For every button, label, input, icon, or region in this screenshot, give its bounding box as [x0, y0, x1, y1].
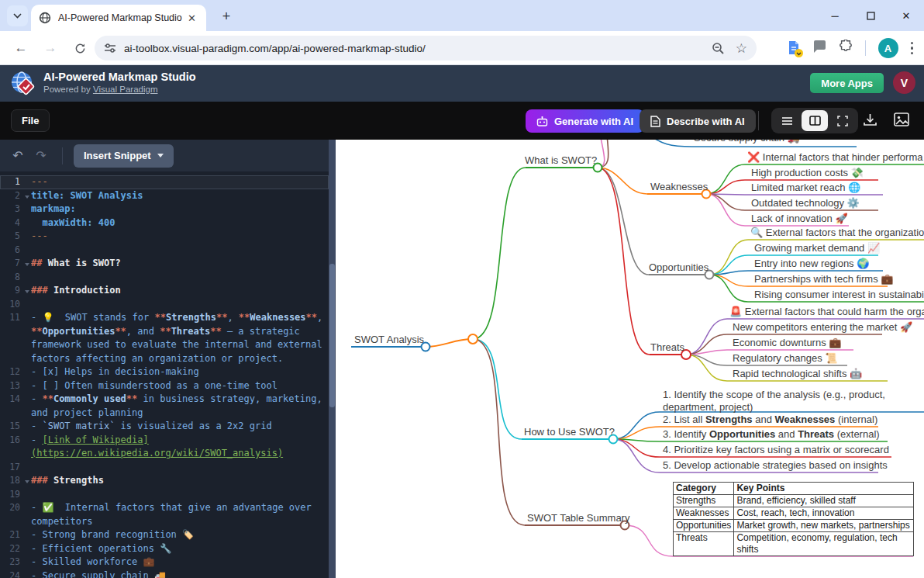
- code-line[interactable]: 1---: [0, 175, 329, 189]
- describe-with-ai-button[interactable]: Describe with AI: [640, 109, 756, 133]
- code-line[interactable]: 4 maxWidth: 400: [0, 216, 329, 230]
- node-what-is-swot[interactable]: What is SWOT?: [525, 154, 597, 166]
- node-opportunity-item[interactable]: Rising consumer interest in sustainabili: [754, 289, 924, 300]
- code-line[interactable]: 3markmap:: [0, 202, 329, 216]
- address-bar[interactable]: ai-toolbox.visual-paradigm.com/app/ai-po…: [95, 36, 757, 61]
- code-line[interactable]: 13- [ ] Often misunderstood as a one-tim…: [0, 379, 329, 393]
- browser-tab[interactable]: AI-Powered Markmap Studio ✕: [31, 5, 206, 31]
- node-weakness-item[interactable]: High production costs 💸: [751, 167, 864, 178]
- reload-button[interactable]: [68, 36, 91, 60]
- code-line[interactable]: 10: [0, 298, 329, 312]
- node-howto-item[interactable]: 4. Prioritize key factors using a matrix…: [663, 444, 889, 455]
- code-line[interactable]: 11- 💡 SWOT stands for **Strengths**, **W…: [0, 311, 329, 325]
- node-threat-item[interactable]: Regulatory changes 📜: [733, 352, 837, 364]
- code-line[interactable]: 8: [0, 271, 329, 285]
- file-menu-button[interactable]: File: [11, 109, 50, 132]
- code-line[interactable]: 2title: SWOT Analysis: [0, 189, 329, 203]
- tab-search-chevron-button[interactable]: [7, 5, 28, 26]
- code-line[interactable]: 17: [0, 461, 329, 475]
- editor-only-view-button[interactable]: [774, 110, 800, 131]
- code-line[interactable]: (https://en.wikipedia.org/wiki/SWOT_anal…: [0, 447, 329, 461]
- code-line[interactable]: 9### Introduction: [0, 284, 329, 298]
- code-line[interactable]: 18### Strengths: [0, 474, 329, 488]
- node-weakness-item[interactable]: Outdated technology ⚙️: [751, 197, 860, 209]
- node-root-swot-analysis[interactable]: SWOT Analysis: [354, 334, 424, 345]
- code-line[interactable]: 20- ✅ Internal factors that give an adva…: [0, 501, 329, 515]
- node-threat-item[interactable]: 🚨 External factors that could harm the o…: [729, 306, 924, 317]
- code-editor[interactable]: 1---2title: SWOT Analysis3markmap:4 maxW…: [0, 171, 329, 578]
- node-threat-item[interactable]: Rapid technological shifts 🤖: [733, 368, 862, 379]
- back-button[interactable]: ←: [9, 36, 33, 60]
- export-image-button[interactable]: [894, 112, 909, 130]
- generate-with-ai-button[interactable]: Generate with AI: [526, 109, 644, 133]
- code-line[interactable]: 24- Secure supply chain 🚚: [0, 569, 329, 578]
- window-minimize-button[interactable]: ─: [817, 0, 853, 31]
- fold-chevron-icon[interactable]: [25, 290, 29, 293]
- code-line[interactable]: 16- [Link of Wikipedia]: [0, 434, 329, 448]
- docs-extension-icon[interactable]: [787, 40, 801, 56]
- split-view-button[interactable]: [802, 110, 828, 131]
- zoom-out-page-icon[interactable]: [712, 42, 725, 55]
- url-text[interactable]: ai-toolbox.visual-paradigm.com/app/ai-po…: [124, 43, 701, 54]
- node-howto-item[interactable]: 2. List all Strengths and Weaknesses (in…: [663, 414, 877, 425]
- code-line[interactable]: 5---: [0, 230, 329, 244]
- visual-paradigm-link[interactable]: Visual Paradigm: [93, 85, 158, 94]
- fold-chevron-icon[interactable]: [25, 263, 29, 266]
- mindmap-panel[interactable]: markmap: [336, 140, 924, 578]
- code-line[interactable]: 21- Strong brand recognition 🏷️: [0, 528, 329, 542]
- insert-snippet-button[interactable]: Insert Snippet: [74, 144, 174, 168]
- node-opportunity-item[interactable]: Growing market demand 📈: [754, 242, 880, 254]
- node-threat-item[interactable]: New competitors entering the market 🚀: [733, 321, 912, 333]
- browser-profile-avatar[interactable]: A: [878, 38, 898, 58]
- node-howto-item[interactable]: 3. Identify Opportunities and Threats (e…: [663, 428, 880, 440]
- forward-button[interactable]: →: [39, 36, 62, 60]
- code-line[interactable]: **Opportunities**, and **Threats** — a s…: [0, 325, 329, 339]
- node-opportunity-item[interactable]: 🔍 External factors that the organizatio: [750, 227, 924, 238]
- node-howto-item[interactable]: 5. Develop actionable strategies based o…: [663, 459, 888, 471]
- code-line[interactable]: competitors: [0, 515, 329, 529]
- node-threat-item[interactable]: Economic downturns 💼: [733, 337, 842, 348]
- fold-chevron-icon[interactable]: [25, 480, 29, 483]
- node-opportunity-item[interactable]: Partnerships with tech firms 💼: [754, 273, 894, 285]
- node-opportunities[interactable]: Opportunities: [649, 261, 709, 273]
- fold-chevron-icon[interactable]: [25, 196, 29, 199]
- code-line[interactable]: 15- `SWOT matrix` is visualized as a 2x2…: [0, 420, 329, 434]
- node-weaknesses[interactable]: Weaknesses: [650, 181, 708, 192]
- node-secure-supply-chain[interactable]: Secure supply chain 🚚: [694, 140, 800, 144]
- node-weakness-item[interactable]: Limited market reach 🌐: [751, 182, 860, 193]
- redo-button[interactable]: ↷: [31, 146, 51, 166]
- node-how-to-use-swot[interactable]: How to Use SWOT?: [524, 426, 615, 438]
- tab-close-icon[interactable]: ✕: [185, 12, 198, 25]
- scrollbar-thumb[interactable]: [329, 264, 335, 407]
- editor-scrollbar[interactable]: [329, 140, 336, 578]
- undo-button[interactable]: ↶: [8, 146, 28, 166]
- window-close-button[interactable]: ✕: [888, 0, 924, 31]
- puzzle-icon: [839, 40, 853, 54]
- download-button[interactable]: [863, 112, 877, 130]
- code-line[interactable]: factors affecting an organization or pro…: [0, 352, 329, 366]
- node-threats[interactable]: Threats: [650, 341, 684, 353]
- fullscreen-view-button[interactable]: [829, 110, 856, 131]
- extensions-puzzle-icon[interactable]: [839, 40, 853, 57]
- code-line[interactable]: 14- **Commonly used** in business strate…: [0, 393, 329, 407]
- code-line[interactable]: 23- Skilled workforce 💼: [0, 556, 329, 569]
- user-avatar[interactable]: V: [893, 71, 915, 94]
- code-line[interactable]: 7## What is SWOT?: [0, 257, 329, 271]
- window-maximize-button[interactable]: [853, 0, 888, 31]
- code-line[interactable]: 12- [x] Helps in decision-making: [0, 365, 329, 379]
- more-apps-button[interactable]: More Apps: [810, 73, 884, 93]
- code-line[interactable]: 6: [0, 244, 329, 258]
- feedback-icon[interactable]: [813, 40, 826, 56]
- bookmark-star-icon[interactable]: ☆: [736, 40, 747, 57]
- new-tab-button[interactable]: +: [217, 7, 236, 26]
- code-line[interactable]: and project planning: [0, 407, 329, 421]
- node-opportunity-item[interactable]: Entry into new regions 🌍: [754, 258, 869, 269]
- node-weakness-item[interactable]: Lack of innovation 🚀: [751, 213, 848, 224]
- node-swot-table-summary[interactable]: SWOT Table Summary: [527, 512, 629, 524]
- node-weakness-item[interactable]: ❌ Internal factors that hinder performa: [747, 151, 923, 163]
- code-line[interactable]: framework used to evaluate the internal …: [0, 338, 329, 352]
- browser-menu-icon[interactable]: [911, 42, 914, 55]
- code-line[interactable]: 22- Efficient operations 🔧: [0, 542, 329, 556]
- node-howto-item[interactable]: 1. Identify the scope of the analysis (e…: [663, 389, 912, 413]
- code-line[interactable]: 19: [0, 488, 329, 502]
